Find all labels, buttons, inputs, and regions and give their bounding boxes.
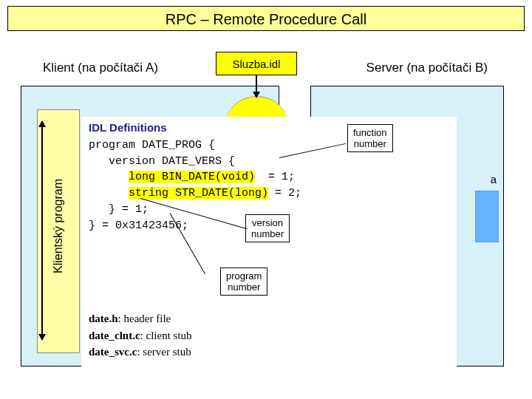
callout-version-number: version number <box>245 214 290 242</box>
idl-file-box: Sluzba.idl <box>216 52 297 75</box>
generated-files-list: date.h: header file date_clnt.c: client … <box>89 310 192 361</box>
letter-a: a <box>491 173 497 185</box>
client-label: Klient (na počítači A) <box>43 61 158 75</box>
server-blue-strip <box>475 191 499 242</box>
callout-function-number: function number <box>347 124 393 152</box>
client-timeline <box>41 127 43 334</box>
callout-program-number: program number <box>220 267 267 296</box>
page-title: RPC – Remote Procedure Call <box>7 6 525 31</box>
server-label: Server (na počítači B) <box>366 61 488 75</box>
client-program-label: Klientský program <box>44 53 58 148</box>
